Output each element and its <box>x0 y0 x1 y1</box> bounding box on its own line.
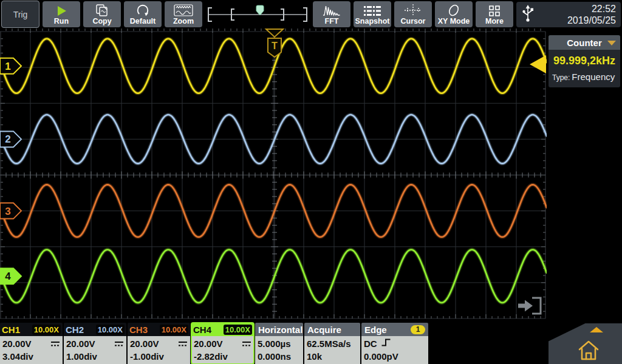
ch3-probe-badge: 10.00X <box>160 325 188 335</box>
dc-coupling-icon <box>178 338 188 350</box>
trigger-source-badge: 1 <box>411 325 425 334</box>
cursor-button[interactable]: Cursor <box>394 1 432 27</box>
slide-panel-icon[interactable] <box>518 298 541 314</box>
date-text: 2019/05/25 <box>567 15 616 26</box>
zoom-button[interactable]: Zoom <box>165 1 202 27</box>
fft-icon <box>323 3 341 17</box>
channel-1-position-marker[interactable]: 1 <box>0 58 21 74</box>
default-button[interactable]: Default <box>124 1 162 27</box>
expand-up-icon[interactable] <box>590 327 603 332</box>
trigger-level-arrow[interactable] <box>530 55 546 73</box>
ch4-status-box[interactable]: CH4 10.00X 20.00V -2.82div <box>191 323 254 364</box>
oscilloscope-screen: Trig Run Copy <box>0 0 622 364</box>
counter-value: 99.999,2kHz <box>549 50 620 69</box>
trigger-status-box[interactable]: Edge 1 DC 0.000pV <box>361 323 428 364</box>
channel-2-position-marker[interactable]: 2 <box>0 131 21 147</box>
ch4-probe-badge: 10.00X <box>224 325 252 335</box>
svg-text:T: T <box>272 41 278 51</box>
quick-menu-panel[interactable] <box>549 323 622 364</box>
svg-text:3: 3 <box>5 206 10 217</box>
zoom-wave-icon <box>174 3 193 17</box>
trigger-position-thumb <box>256 5 264 15</box>
channel-3-position-marker[interactable]: 3 <box>0 203 21 219</box>
reset-icon <box>136 3 149 17</box>
snapshot-list-icon <box>363 3 381 17</box>
ch3-status-box[interactable]: CH3 10.00X 20.00V -1.00div <box>128 323 190 364</box>
dc-coupling-icon <box>114 338 124 350</box>
usb-icon <box>521 4 535 25</box>
cursor-crosshair-icon <box>404 3 422 17</box>
system-clock: 22:52 2019/05/25 <box>516 2 621 27</box>
top-toolbar: Trig Run Copy <box>0 0 622 29</box>
snapshot-button[interactable]: Snapshot <box>354 1 391 27</box>
svg-text:2: 2 <box>5 133 10 145</box>
counter-panel[interactable]: Counter 99.999,2kHz Type:Frequency <box>549 35 620 87</box>
ch2-status-box[interactable]: CH2 10.00X 20.00V 1.00div <box>64 323 126 364</box>
run-button[interactable]: Run <box>43 1 80 27</box>
xy-mode-button[interactable]: XY Mode <box>435 1 473 27</box>
dc-coupling-icon <box>242 338 251 350</box>
copy-icon <box>95 3 109 17</box>
acquire-status-box[interactable]: Acquire 62.5MSa/s 10k <box>304 323 360 364</box>
dc-coupling-icon <box>50 338 60 350</box>
status-bar: CH1 10.00X 20.00V 3.04div CH2 10.00X 20.… <box>0 323 428 364</box>
horizontal-position-indicator[interactable] <box>205 1 310 28</box>
horizontal-status-box[interactable]: Horizontal 5.000µs 0.000ns <box>255 323 303 364</box>
counter-header[interactable]: Counter <box>549 35 620 50</box>
ch1-probe-badge: 10.00X <box>32 325 61 335</box>
ch1-status-box[interactable]: CH1 10.00X 20.00V 3.04div <box>0 323 63 364</box>
channel-4-position-marker[interactable]: 4 <box>0 268 21 284</box>
trig-label: Trig <box>13 10 28 19</box>
trigger-time-marker[interactable]: T <box>266 29 283 57</box>
rising-edge-icon <box>381 338 391 350</box>
fft-button[interactable]: FFT <box>313 1 350 27</box>
counter-type: Type:Frequency <box>549 69 620 87</box>
waveform-display[interactable]: 1 2 3 4 T <box>0 29 547 322</box>
copy-button[interactable]: Copy <box>83 1 121 27</box>
counter-title: Counter <box>567 38 602 48</box>
trig-button[interactable]: Trig <box>1 1 39 28</box>
ch2-probe-badge: 10.00X <box>96 325 125 335</box>
play-icon <box>55 3 67 17</box>
xy-ellipse-icon <box>446 3 462 17</box>
home-icon[interactable] <box>577 339 600 364</box>
svg-text:1: 1 <box>5 61 10 72</box>
more-button[interactable]: More <box>476 1 513 27</box>
svg-text:4: 4 <box>5 271 11 282</box>
more-grid-icon <box>488 3 501 17</box>
chevron-down-icon <box>607 41 616 46</box>
time-text: 22:52 <box>567 3 616 15</box>
